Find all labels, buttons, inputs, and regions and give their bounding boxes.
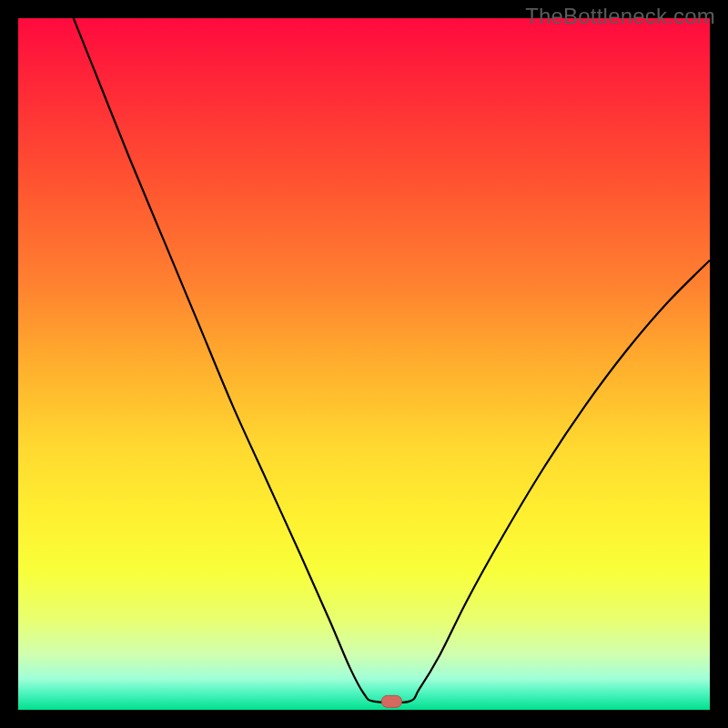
gradient-background — [18, 18, 710, 710]
bottleneck-chart — [18, 18, 710, 710]
chart-frame: TheBottleneck.com — [0, 0, 728, 728]
optimal-point-marker — [381, 695, 401, 707]
plot-area — [18, 18, 710, 710]
watermark-text: TheBottleneck.com — [525, 4, 715, 29]
